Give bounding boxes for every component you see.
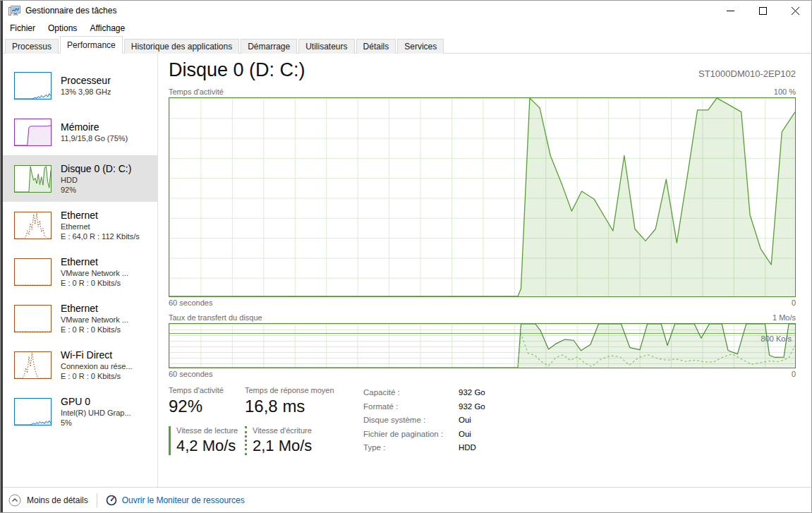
sidebar-item-text: EthernetVMware Network ...E : 0 R : 0 Kb…	[61, 302, 128, 334]
menu-item-fichier[interactable]: Fichier	[4, 22, 42, 35]
read-speed-value: 4,2 Mo/s	[176, 437, 245, 455]
sidebar-item-text: GPU 0Intel(R) UHD Grap...5%	[61, 395, 131, 428]
write-speed-label: Vitesse d'écriture	[253, 426, 351, 435]
menu-item-options[interactable]: Options	[42, 22, 83, 35]
wifi-direct-sparkline	[14, 351, 51, 379]
disk-model: ST1000DM010-2EP102	[698, 68, 796, 81]
sidebar-item-subtext: HDD	[61, 175, 131, 185]
disk0-sparkline	[14, 165, 51, 193]
close-button[interactable]	[779, 1, 811, 20]
sidebar-item-title: Wi-Fi Direct	[61, 349, 133, 361]
ethernet-1-sparkline	[14, 212, 51, 239]
disk-properties: Capacité :932 GoFormaté :932 GoDisque sy…	[363, 386, 485, 455]
sidebar-item-memory[interactable]: Mémoire11,9/15,8 Go (75%)	[1, 109, 157, 155]
disk-property-label: Fichier de pagination :	[363, 428, 459, 442]
background-window-edge	[1, 1, 3, 512]
tab-services[interactable]: Services	[397, 39, 444, 54]
title-bar: Gestionnaire des tâches	[1, 1, 811, 20]
task-manager-window: Gestionnaire des tâches FichierOptionsAf…	[0, 0, 812, 513]
status-bar: Moins de détails Ouvrir le Moniteur de r…	[1, 487, 811, 513]
sidebar-item-ethernet-2[interactable]: EthernetVMware Network ...E : 0 R : 0 Kb…	[1, 248, 157, 295]
activity-stat-label: Temps d'activité	[169, 386, 245, 394]
tab-historique-des-applications[interactable]: Historique des applications	[124, 39, 239, 54]
sidebar-item-title: Ethernet	[61, 209, 140, 222]
sidebar-item-title: Ethernet	[61, 302, 128, 315]
tab-strip: ProcessusPerformanceHistorique des appli…	[1, 36, 811, 54]
sidebar-item-wifi-direct[interactable]: Wi-Fi DirectConnexion au rése...E : 0 R …	[1, 342, 157, 388]
disk-stats: Temps d'activité 92% Temps de réponse mo…	[169, 386, 796, 455]
open-resource-monitor-link[interactable]: Ouvrir le Moniteur de ressources	[106, 495, 245, 506]
disk-detail-panel: Disque 0 (D: C:) ST1000DM010-2EP102 Temp…	[158, 54, 811, 487]
disk-transfer-chart: 800 Ko/s	[169, 323, 796, 368]
tab-processus[interactable]: Processus	[5, 39, 59, 54]
gpu0-sparkline	[14, 398, 51, 426]
sidebar-item-text: Mémoire11,9/15,8 Go (75%)	[61, 121, 128, 143]
sidebar-item-text: Disque 0 (D: C:)HDD92%	[61, 162, 131, 195]
sidebar-item-subtext: 5%	[61, 418, 131, 428]
less-details-button[interactable]: Moins de détails	[8, 494, 88, 507]
sidebar-item-subtext: E : 0 R : 0 Kbits/s	[61, 371, 133, 381]
menu-bar: FichierOptionsAffichage	[1, 20, 811, 36]
cpu-sparkline	[14, 72, 51, 99]
task-manager-icon	[8, 5, 20, 16]
content-area: Processeur13% 3,98 GHzMémoire11,9/15,8 G…	[1, 54, 811, 487]
sidebar-item-title: Ethernet	[61, 255, 128, 268]
tab-d-marrage[interactable]: Démarrage	[241, 39, 297, 54]
response-stat-value: 16,8 ms	[245, 397, 351, 416]
axis-left-label: 60 secondes	[169, 370, 212, 378]
disk-property-value: Oui	[459, 414, 485, 428]
resource-monitor-icon	[106, 495, 117, 506]
tab-utilisateurs[interactable]: Utilisateurs	[298, 39, 354, 54]
sidebar-item-subtext: 11,9/15,8 Go (75%)	[61, 133, 128, 143]
sidebar-item-ethernet-1[interactable]: EthernetEthernetE : 64,0 R : 112 Kbits/s	[1, 202, 157, 248]
tab-d-tails[interactable]: Détails	[356, 39, 396, 54]
sidebar-item-subtext: E : 0 R : 0 Kbits/s	[61, 278, 128, 288]
disk-stats-grid: Temps d'activité 92% Temps de réponse mo…	[169, 386, 351, 455]
disk-property-label: Type :	[363, 441, 459, 455]
sidebar-item-title: GPU 0	[61, 395, 131, 408]
sidebar-item-title: Disque 0 (D: C:)	[61, 162, 131, 175]
disk-property-label: Formaté :	[363, 400, 459, 414]
sidebar-item-subtext: 92%	[61, 185, 131, 195]
footer-divider	[97, 493, 97, 507]
disk-property-value: 932 Go	[459, 386, 485, 400]
disk-activity-chart	[169, 97, 796, 297]
sidebar-item-subtext: VMware Network ...	[61, 268, 128, 278]
sidebar-item-ethernet-3[interactable]: EthernetVMware Network ...E : 0 R : 0 Kb…	[1, 295, 157, 342]
disk-property-value: HDD	[459, 441, 485, 455]
menu-item-affichage[interactable]: Affichage	[83, 22, 131, 35]
sidebar-item-disk0[interactable]: Disque 0 (D: C:)HDD92%	[1, 155, 157, 202]
transfer-chart-header: Taux de transfert du disque 1 Mo/s	[169, 313, 796, 322]
sidebar-item-text: EthernetEthernetE : 64,0 R : 112 Kbits/s	[61, 209, 140, 241]
read-speed-label: Vitesse de lecture	[176, 426, 245, 435]
disk-property-label: Disque système :	[363, 414, 459, 428]
sidebar-item-cpu[interactable]: Processeur13% 3,98 GHz	[1, 62, 157, 109]
axis-right-label: 0	[792, 298, 796, 307]
disk-property-value: 932 Go	[459, 400, 485, 414]
axis-left-label: 60 secondes	[169, 298, 212, 307]
sidebar-item-subtext: VMware Network ...	[61, 315, 128, 325]
window-controls	[714, 1, 811, 20]
activity-chart-max: 100 %	[774, 87, 796, 96]
activity-stat-value: 92%	[169, 397, 245, 416]
memory-sparkline	[14, 119, 51, 146]
activity-stat: Temps d'activité 92%	[169, 386, 245, 416]
disk-property-value: Oui	[459, 428, 485, 442]
tab-performance[interactable]: Performance	[60, 36, 123, 54]
sidebar-item-gpu0[interactable]: GPU 0Intel(R) UHD Grap...5%	[1, 388, 157, 435]
window-title: Gestionnaire des tâches	[25, 6, 116, 16]
response-stat: Temps de réponse moyen 16,8 ms	[245, 386, 351, 416]
sidebar-item-title: Mémoire	[61, 121, 128, 133]
sidebar-item-subtext: Intel(R) UHD Grap...	[61, 408, 131, 418]
axis-right-label: 0	[792, 370, 796, 378]
sidebar-item-text: Wi-Fi DirectConnexion au rése...E : 0 R …	[61, 349, 133, 381]
write-speed-stat: Vitesse d'écriture 2,1 Mo/s	[245, 426, 351, 455]
ethernet-3-sparkline	[14, 305, 51, 332]
sidebar-item-subtext: E : 64,0 R : 112 Kbits/s	[61, 231, 140, 241]
activity-chart-header: Temps d'activité 100 %	[169, 87, 796, 96]
transfer-chart-max: 1 Mo/s	[772, 313, 796, 322]
minimize-button[interactable]	[714, 1, 746, 20]
maximize-button[interactable]	[746, 1, 779, 20]
sidebar-item-subtext: Ethernet	[61, 222, 140, 231]
sidebar-item-title: Processeur	[61, 74, 111, 87]
